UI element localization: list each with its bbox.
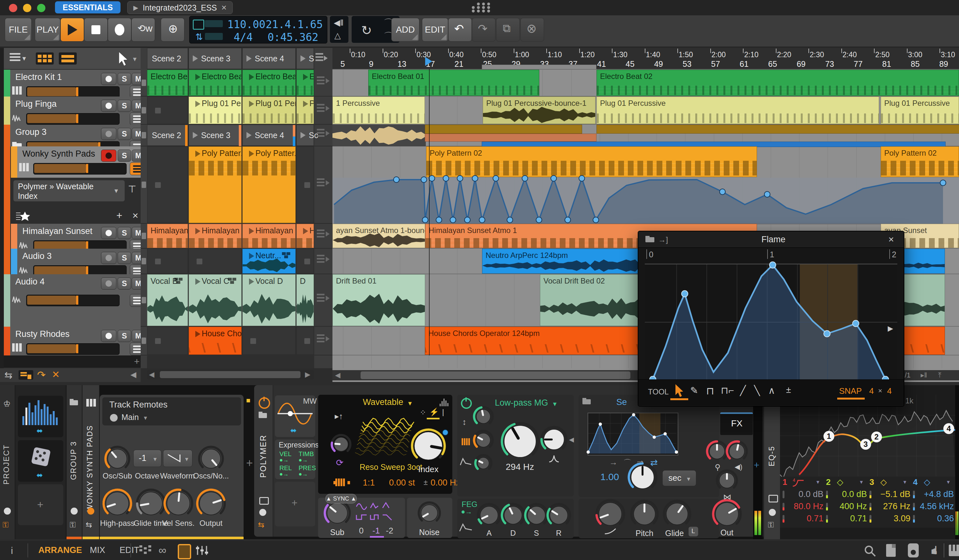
volume-slider[interactable]	[26, 295, 119, 306]
device-panel-toggle[interactable]	[178, 544, 191, 559]
group-scene-cell[interactable]: Sc	[296, 125, 314, 146]
track-header[interactable]: Plug FingaSM	[4, 97, 141, 125]
dual-pane-icon[interactable]	[139, 545, 152, 555]
scene-header-3[interactable]: Scene 4	[242, 48, 296, 69]
scene-all-icon[interactable]	[314, 51, 328, 67]
eq-band-shape-icon[interactable]: ◇	[837, 477, 843, 487]
scene-play-icon[interactable]	[301, 55, 306, 62]
capture-button[interactable]: ⊕	[161, 18, 185, 41]
loop-icon[interactable]: ↻	[361, 23, 372, 38]
clip-stop-cell[interactable]	[141, 125, 147, 146]
eq-freq-value[interactable]: 80.0 Hz	[794, 501, 824, 511]
track-header[interactable]: Wonky Synth PadsSM	[11, 146, 141, 178]
scene-launch-cell[interactable]	[314, 327, 333, 355]
filter-resonance-knob[interactable]	[540, 425, 568, 453]
octave-dropdown[interactable]: -1▾	[133, 450, 161, 467]
group-scene-cell[interactable]: Scene 4	[242, 125, 296, 146]
arranger-scroll-left[interactable]: ◀	[335, 371, 341, 379]
traffic-light-zoom[interactable]	[37, 4, 45, 12]
clip-stop-cell[interactable]	[141, 146, 147, 224]
osc-ratio-value[interactable]: 1:1	[363, 478, 375, 488]
project-io-icon[interactable]: ⚿	[3, 520, 8, 529]
segments-unit-dropdown[interactable]: sec▾	[662, 470, 696, 486]
launcher-scroll-left[interactable]: ◀	[149, 371, 155, 379]
record-button[interactable]	[108, 18, 131, 41]
add-track-row[interactable]: +	[4, 355, 141, 368]
track-name[interactable]: Plug Finga	[15, 99, 57, 109]
scene-launch-cell[interactable]	[314, 224, 333, 249]
shuffle-icon[interactable]: ⇅	[195, 32, 203, 42]
flame-header[interactable]: →]Flame×	[638, 231, 904, 248]
track-io-icon[interactable]: ⇆	[86, 520, 92, 529]
wavetable-name[interactable]: Reso Sweep 3oct	[360, 463, 422, 472]
follow-icon[interactable]: ↷	[37, 369, 46, 381]
eq-freq-value[interactable]: 400 Hz	[840, 501, 867, 511]
flame-flip-tool-icon[interactable]: ±	[786, 385, 791, 395]
solo-button[interactable]: S	[118, 252, 131, 264]
segments-time-knob[interactable]	[627, 462, 658, 493]
scene-launch-cell[interactable]	[314, 97, 333, 125]
launcher-scroll-thumb[interactable]	[160, 371, 301, 378]
glide-time-knob[interactable]	[135, 488, 166, 519]
volume-slider[interactable]	[26, 113, 119, 125]
clear-icon[interactable]: ✕	[52, 369, 60, 380]
eq-band-number[interactable]: 2	[826, 477, 830, 487]
scene-play-icon[interactable]	[193, 55, 198, 62]
solo-button[interactable]: S	[118, 128, 131, 140]
clip-stop-cell[interactable]	[141, 97, 147, 125]
scene-launch-cell[interactable]	[314, 274, 333, 327]
link-icon[interactable]: ∞	[159, 544, 166, 557]
automation-close-button[interactable]: ×	[132, 210, 139, 221]
osc-type-selector[interactable]: Wavetable	[363, 397, 403, 407]
osc-phase-knob[interactable]	[330, 433, 352, 455]
hand-icon[interactable]: ☚	[927, 545, 941, 555]
sub-octave-option[interactable]: -1	[373, 526, 380, 536]
scene-launch-cell[interactable]	[314, 146, 333, 224]
pitch-env-knob[interactable]	[595, 499, 626, 529]
crossfade-knob[interactable]	[715, 469, 738, 492]
index-knob[interactable]	[411, 428, 446, 464]
polymer-io-icon[interactable]: ⇆	[258, 520, 264, 529]
launcher-scrollbar[interactable]: ◀▶	[147, 370, 314, 379]
flame-snap-label[interactable]: SNAP	[839, 386, 862, 396]
high-pass-knob[interactable]	[102, 488, 133, 519]
eq-mini-slider[interactable]	[782, 491, 784, 498]
empty-clip-slot[interactable]	[147, 97, 188, 124]
duplicate-button[interactable]: ⧉	[496, 18, 520, 41]
polymer-clock-icon[interactable]	[259, 509, 266, 516]
index-mod-dot[interactable]	[442, 429, 449, 436]
solo-button[interactable]: S	[118, 150, 131, 162]
eq5-rail[interactable]: EQ-5⚿	[763, 385, 780, 539]
track-device-rail[interactable]: WONKY SYNTH PADS⇆	[83, 385, 100, 539]
pin-icon[interactable]: ⊤	[128, 183, 136, 195]
automation-star-icon[interactable]	[16, 211, 34, 221]
mixer-toggle-icon[interactable]	[197, 545, 211, 556]
flame-pencil-tool-icon[interactable]: ✎	[690, 385, 698, 396]
filter-vel-knob[interactable]	[473, 429, 494, 451]
group-io-icon[interactable]: ⚿	[70, 520, 75, 529]
scene-launch-cell[interactable]	[314, 70, 333, 97]
view-tab-mix[interactable]: MIX	[90, 545, 105, 555]
track-header[interactable]: Himalayan SunsetSM	[11, 224, 141, 249]
lane-view-toggle[interactable]	[59, 52, 77, 65]
track-clock-icon[interactable]	[87, 508, 94, 515]
track-name[interactable]: Wonky Synth Pads	[22, 149, 95, 159]
seg-mode-oneshot-icon[interactable]: →	[609, 457, 618, 467]
unison-icon[interactable]: ⁘	[420, 408, 426, 417]
solo-button[interactable]: S	[118, 100, 131, 112]
piano-keyboard-icon[interactable]	[949, 545, 959, 556]
eq-gain-value[interactable]: +4.8 dB	[924, 489, 954, 499]
add-modulator-tile[interactable]: +	[18, 484, 63, 525]
pitch-knob[interactable]	[630, 499, 659, 529]
launcher-clip[interactable]: Electro Bea...	[147, 70, 188, 96]
remotes-page-caret[interactable]: ▾	[144, 414, 147, 422]
view-tab-edit[interactable]: EDIT	[119, 545, 139, 555]
feg-knob-R[interactable]	[546, 503, 572, 528]
track-remotes-thumb[interactable]: ⬌	[18, 396, 63, 437]
pointer-tool-icon[interactable]	[113, 51, 132, 67]
view-tab-arrange[interactable]: ARRANGE	[38, 545, 82, 555]
record-arm-button[interactable]	[101, 128, 116, 140]
phase-mode-icon[interactable]: ⟳	[336, 457, 343, 468]
solo-button[interactable]: S	[118, 73, 131, 85]
launcher-clip[interactable]: Vocal C	[189, 274, 242, 326]
